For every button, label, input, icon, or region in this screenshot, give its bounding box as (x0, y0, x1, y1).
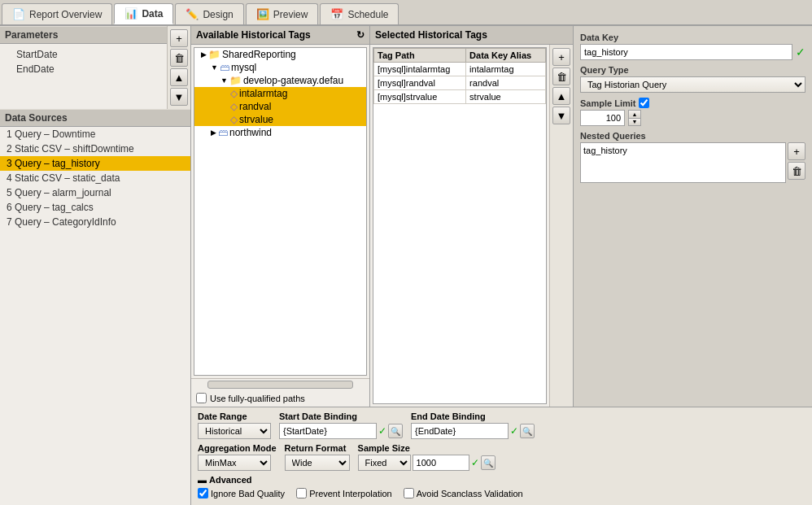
props-panel: Data Key ✓ Query Type Tag Historian Quer… (574, 26, 812, 407)
tab-schedule[interactable]: 📅 Schedule (320, 3, 399, 24)
tag-icon-strvalue: ◇ (230, 114, 238, 125)
expand-icon-northwind: ▶ (211, 128, 216, 137)
move-tag-down-button[interactable]: ▼ (552, 107, 570, 124)
tree-item-northwind[interactable]: ▶ 🗃 northwind (194, 126, 366, 139)
config-row-1: Date Range Historical Today Last 7 Days … (198, 411, 805, 439)
main-content: Parameters StartDate EndDate + 🗑 ▲ ▼ (0, 26, 812, 505)
folder-icon: 📁 (208, 49, 220, 60)
data-key-input[interactable] (580, 44, 792, 60)
sample-size-input[interactable] (413, 455, 469, 471)
params-side-buttons: + 🗑 ▲ ▼ (167, 26, 190, 109)
datasource-item-4[interactable]: 4 Static CSV – static_data (0, 171, 190, 185)
add-param-button[interactable]: + (170, 29, 188, 47)
datasource-item-5[interactable]: 5 Query – alarm_journal (0, 185, 190, 200)
tree-hscroll[interactable] (191, 378, 369, 390)
query-type-select[interactable]: Tag Historian Query Simple Tag Query (580, 76, 805, 93)
table-row[interactable]: [mysql]randval randval (374, 76, 546, 90)
tree-item-strvalue[interactable]: ◇ strvalue (194, 113, 366, 126)
expand-icon: ▶ (201, 50, 207, 59)
datasource-item-3[interactable]: 3 Query – tag_history (0, 156, 190, 171)
sample-limit-label-row: Sample Limit (580, 98, 805, 108)
datasource-item-1[interactable]: 1 Query – Downtime (0, 127, 190, 141)
expand-icon-develop: ▼ (220, 76, 228, 85)
prevent-interpolation-label: Prevent Interpolation (296, 488, 392, 498)
sample-limit-checkbox[interactable] (639, 98, 649, 108)
h-scrollbar-bar[interactable] (207, 381, 353, 389)
start-date-input-group: ✓ 🔍 (279, 423, 403, 439)
collapse-icon[interactable]: ▬ (198, 475, 207, 485)
return-format-select[interactable]: Wide Narrow (285, 455, 350, 471)
selected-tags-buttons: + 🗑 ▲ ▼ (549, 45, 573, 407)
parameters-header: Parameters (0, 26, 167, 44)
datasource-item-6[interactable]: 6 Query – tag_calcs (0, 200, 190, 215)
tree-item-shared[interactable]: ▶ 📁 SharedReporting (194, 48, 366, 61)
ignore-bad-quality-checkbox[interactable] (198, 488, 208, 498)
tree-item-develop[interactable]: ▼ 📁 develop-gateway.defau (194, 74, 366, 87)
tags-table[interactable]: Tag Path Data Key Alias [mysql]intalarmt… (373, 47, 547, 404)
tag-tree[interactable]: ▶ 📁 SharedReporting ▼ 🗃 mysql ▼ 📁 d (194, 47, 367, 376)
sample-limit-input[interactable] (580, 110, 625, 126)
refresh-icon[interactable]: ↻ (356, 29, 365, 41)
center-area: Available Historical Tags ↻ ▶ 📁 SharedRe… (191, 26, 812, 505)
add-nested-button[interactable]: + (788, 142, 805, 160)
selected-tags-header: Selected Historical Tags (370, 26, 573, 45)
tag-icon-intalarmtag: ◇ (230, 88, 238, 99)
left-panel: Parameters StartDate EndDate + 🗑 ▲ ▼ (0, 26, 191, 505)
aggregation-select[interactable]: MinMax Average Sum Min Max (198, 455, 271, 471)
params-content: Parameters StartDate EndDate (0, 26, 167, 109)
table-row[interactable]: [mysql]strvalue strvalue (374, 90, 546, 104)
fully-qualified-checkbox[interactable] (196, 393, 207, 403)
spin-up-button[interactable]: ▲ (629, 111, 640, 119)
expand-icon-mysql: ▼ (211, 63, 218, 72)
spin-down-button[interactable]: ▼ (629, 119, 640, 126)
folder-icon-develop: 📁 (229, 75, 242, 86)
start-date-check-icon: ✓ (378, 425, 386, 437)
datasources-list: 1 Query – Downtime 2 Static CSV – shiftD… (0, 127, 190, 505)
tree-item-intalarmtag[interactable]: ◇ intalarmtag (194, 87, 366, 100)
tab-preview[interactable]: 🖼️ Preview (246, 3, 319, 24)
move-param-up-button[interactable]: ▲ (170, 68, 188, 86)
tab-design[interactable]: ✏️ Design (175, 3, 243, 24)
datasource-item-7[interactable]: 7 Query – CategoryIdInfo (0, 215, 190, 229)
bottom-config: Date Range Historical Today Last 7 Days … (191, 407, 812, 505)
param-startdate[interactable]: StartDate (0, 47, 167, 62)
nested-queries-box[interactable]: tag_history (580, 142, 786, 183)
table-row[interactable]: [mysql]intalarmtag intalarmtag (374, 63, 546, 76)
param-enddate[interactable]: EndDate (0, 62, 167, 76)
delete-tag-button[interactable]: 🗑 (552, 67, 570, 85)
schedule-icon: 📅 (330, 8, 343, 20)
move-tag-up-button[interactable]: ▲ (552, 87, 570, 105)
nested-queries-content: tag_history + 🗑 (580, 142, 805, 183)
datasources-header: Data Sources (0, 109, 190, 127)
advanced-section: ▬ Advanced Ignore Bad Quality Prevent In… (198, 475, 805, 498)
aggregation-col: Aggregation Mode MinMax Average Sum Min … (198, 443, 277, 471)
fully-qualified-row: Use fully-qualified paths (191, 390, 369, 407)
date-range-col: Date Range Historical Today Last 7 Days (198, 411, 271, 439)
sample-size-type-select[interactable]: Fixed Auto (358, 455, 411, 471)
report-overview-icon: 📄 (12, 8, 25, 20)
col-tag-path: Tag Path (374, 49, 466, 63)
tab-report-overview[interactable]: 📄 Report Overview (2, 3, 112, 24)
end-date-search-button[interactable]: 🔍 (520, 424, 535, 438)
db-icon: 🗃 (220, 62, 229, 73)
return-format-col: Return Format Wide Narrow (285, 443, 350, 471)
available-tags-panel: Available Historical Tags ↻ ▶ 📁 SharedRe… (191, 26, 370, 407)
delete-param-button[interactable]: 🗑 (170, 49, 188, 67)
avoid-scanclass-label: Avoid Scanclass Validation (404, 488, 523, 498)
date-range-select[interactable]: Historical Today Last 7 Days (198, 423, 271, 439)
params-list: StartDate EndDate (0, 44, 167, 80)
avoid-scanclass-checkbox[interactable] (404, 488, 414, 498)
delete-nested-button[interactable]: 🗑 (788, 162, 805, 180)
sample-size-search-button[interactable]: 🔍 (481, 455, 495, 470)
sample-size-col: Sample Size Fixed Auto ✓ 🔍 (358, 443, 495, 471)
tree-item-mysql[interactable]: ▼ 🗃 mysql (194, 61, 366, 74)
end-date-input[interactable] (411, 423, 509, 439)
tab-data[interactable]: 📊 Data (114, 3, 173, 24)
tree-item-randval[interactable]: ◇ randval (194, 100, 366, 113)
prevent-interpolation-checkbox[interactable] (296, 488, 307, 498)
move-param-down-button[interactable]: ▼ (170, 88, 188, 106)
add-tag-button[interactable]: + (552, 48, 570, 66)
start-date-input[interactable] (279, 423, 377, 439)
datasource-item-2[interactable]: 2 Static CSV – shiftDowntime (0, 141, 190, 156)
start-date-search-button[interactable]: 🔍 (388, 424, 403, 438)
